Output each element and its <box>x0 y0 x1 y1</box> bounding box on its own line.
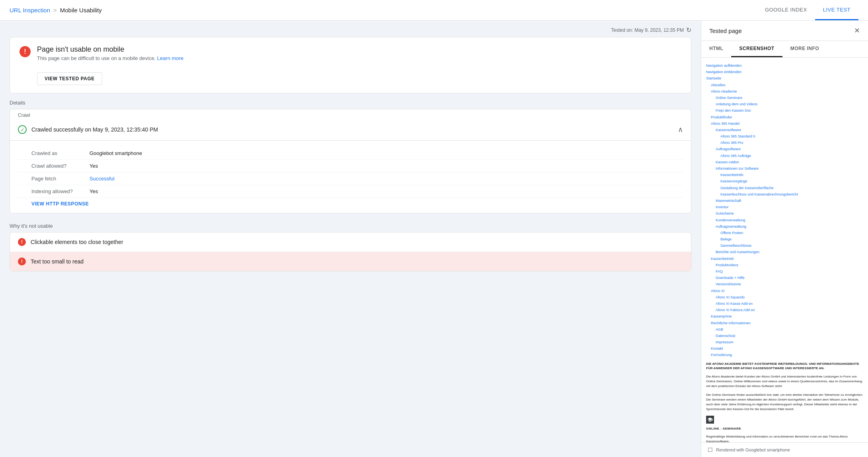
main-layout: Tested on: May 9, 2023, 12:35 PM ↻ ! Pag… <box>0 21 868 457</box>
panel-header: Tested page ✕ <box>701 21 868 41</box>
nav-link-item[interactable]: Afono 365 Pro <box>706 139 863 146</box>
nav-link-item[interactable]: Afono Akademie <box>706 88 863 95</box>
crawl-row-2: Page fetch Successful <box>18 172 683 185</box>
crawl-key-0: Crawled as <box>18 150 90 156</box>
tested-info: Tested on: May 9, 2023, 12:35 PM ↻ <box>0 21 701 37</box>
crawl-details: Crawled as Googlebot smartphone Crawl al… <box>10 140 691 213</box>
nav-link-item[interactable]: Kassenbuchluss und Kassenabrechnungsberi… <box>706 191 863 198</box>
nav-link-item[interactable]: Kassen-Addon <box>706 159 863 165</box>
nav-link-item[interactable]: Kassenbetrieb <box>706 172 863 178</box>
crawl-row-0: Crawled as Googlebot smartphone <box>18 147 683 160</box>
nav-link-item[interactable]: Inventur <box>706 204 863 210</box>
nav-link-item[interactable]: Afono XI Faktura Add-on <box>706 307 863 313</box>
nav-link-item[interactable]: Kassensoftware <box>706 127 863 133</box>
nav-link-item[interactable]: Afono XI Kasse Add-on <box>706 300 863 307</box>
nav-link-item[interactable]: Afono 365 Handel <box>706 120 863 127</box>
nav-link-item[interactable]: Kassenvorgänge <box>706 178 863 184</box>
nav-link-item[interactable]: Formulierung <box>706 352 863 358</box>
tab-live-test[interactable]: LIVE TEST <box>815 0 858 20</box>
nav-link-item[interactable]: Aktuelles <box>706 82 863 88</box>
panel-content: Navigation aufblendenNavigation einblend… <box>701 58 868 442</box>
nav-link-item[interactable]: Kontakt <box>706 345 863 352</box>
nav-link-item[interactable]: Downloads + Hilfe <box>706 275 863 281</box>
view-tested-page-button[interactable]: VIEW TESTED PAGE <box>37 72 102 85</box>
nav-link-item[interactable]: Produktfinder <box>706 114 863 120</box>
phone-icon: ☐ <box>708 447 713 453</box>
screenshot-text-1: Die Afono Akademie bietet Kunden der Afo… <box>706 374 863 389</box>
tab-google-index[interactable]: GOOGLE INDEX <box>757 0 815 20</box>
breadcrumb-parent[interactable]: URL Inspection <box>10 7 50 14</box>
nav-link-item[interactable]: Kundenverwaltung <box>706 217 863 223</box>
graduation-icon <box>706 416 714 424</box>
crawl-success-text: Crawled successfully on May 9, 2023, 12:… <box>31 126 158 133</box>
nav-link-item[interactable]: Warenwirtschaft <box>706 198 863 204</box>
panel-tabs: HTML SCREENSHOT MORE INFO <box>701 41 868 58</box>
nav-link-item[interactable]: Sammelbeschlüsse <box>706 242 863 249</box>
nav-link-item[interactable]: Startseite <box>706 75 863 81</box>
breadcrumb: URL Inspection > Mobile Usability <box>10 7 102 14</box>
tested-date: Tested on: May 9, 2023, 12:35 PM <box>611 27 684 33</box>
tab-screenshot[interactable]: SCREENSHOT <box>731 41 782 57</box>
breadcrumb-current: Mobile Usability <box>60 7 102 14</box>
nav-link-item[interactable]: Auftragsoftware <box>706 146 863 152</box>
screenshot-text-2: Die Online-Seminare finden ausschließlic… <box>706 393 863 412</box>
nav-link-item[interactable]: Auftragsverwaltung <box>706 223 863 230</box>
nav-link-item[interactable]: Gestaltung der Kassenoberfläche <box>706 185 863 191</box>
breadcrumb-sep: > <box>53 7 57 14</box>
nav-link-item[interactable]: FAQ <box>706 268 863 275</box>
nav-link-item[interactable]: Afono XI <box>706 288 863 294</box>
issue-icon-1: ! <box>18 258 26 265</box>
learn-more-link[interactable]: Learn more <box>157 55 183 61</box>
panel-title: Tested page <box>709 27 742 34</box>
nav-link-item[interactable]: Afono XI Squando <box>706 294 863 300</box>
nav-link-item[interactable]: Kassenprime <box>706 313 863 320</box>
nav-link-item[interactable]: AGB <box>706 326 863 333</box>
error-icon: ! <box>19 46 31 57</box>
crawl-label: Crawl <box>10 109 691 119</box>
chevron-up-icon[interactable]: ∧ <box>678 125 683 134</box>
nav-link-item[interactable]: Gutscheine <box>706 210 863 217</box>
nav-link-item[interactable]: Kassenbetrieb <box>706 256 863 262</box>
screenshot-heading: DIE AFONO AKADEMIE BIETET KOSTENFREIE WE… <box>706 362 863 370</box>
section-desc: Regelmäßige Weiterbildung und Informatio… <box>706 434 863 442</box>
view-http-button[interactable]: VIEW HTTP RESPONSE <box>18 198 683 207</box>
nav-link-item[interactable]: Navigation aufblenden <box>706 62 863 69</box>
crawl-row-3: Indexing allowed? Yes <box>18 185 683 198</box>
check-circle-icon: ✓ <box>18 125 27 134</box>
error-content: Page isn't usable on mobile This page ca… <box>37 45 183 61</box>
nav-link-item[interactable]: Offene Posten <box>706 230 863 236</box>
nav-link-item[interactable]: Afono 365 Aufträge <box>706 153 863 159</box>
crawl-val-3: Yes <box>90 188 98 194</box>
tab-more-info[interactable]: MORE INFO <box>782 41 827 57</box>
nav-link-item[interactable]: Rechtliche Informationen <box>706 320 863 326</box>
nav-link-item[interactable]: Frejo den Kassen Doc <box>706 107 863 114</box>
crawl-row-1: Crawl allowed? Yes <box>18 160 683 172</box>
error-title: Page isn't usable on mobile <box>37 45 183 54</box>
main-nav-tabs: GOOGLE INDEX LIVE TEST <box>757 0 858 20</box>
nav-link-item[interactable]: Berichte und Auswertungen <box>706 249 863 255</box>
close-button[interactable]: ✕ <box>854 26 860 35</box>
nav-link-item[interactable]: Navigation einblenden <box>706 69 863 75</box>
panel-footer: ☐ Rendered with Googlebot smartphone <box>701 442 868 457</box>
nav-link-item[interactable]: Versionshistorie <box>706 281 863 287</box>
nav-link-item[interactable]: Produktvideos <box>706 262 863 268</box>
nav-link-item[interactable]: Datenschutz <box>706 333 863 339</box>
error-card: ! Page isn't usable on mobile This page … <box>10 37 691 93</box>
nav-link-item[interactable]: Informationen zur Software <box>706 165 863 172</box>
crawl-val-1: Yes <box>90 163 98 169</box>
right-panel: Tested page ✕ HTML SCREENSHOT MORE INFO … <box>701 21 868 457</box>
issues-card: ! Clickable elements too close together … <box>10 232 691 271</box>
issue-text-0: Clickable elements too close together <box>31 239 123 245</box>
nav-link-item[interactable]: Impressum <box>706 339 863 345</box>
nav-link-item[interactable]: Afono 365 Standard II <box>706 133 863 139</box>
crawl-success-left: ✓ Crawled successfully on May 9, 2023, 1… <box>18 125 158 134</box>
refresh-icon[interactable]: ↻ <box>686 26 691 34</box>
tab-html[interactable]: HTML <box>701 41 731 57</box>
issue-text-1: Text too small to read <box>31 258 84 265</box>
nav-link-item[interactable]: Belege <box>706 236 863 242</box>
crawl-success-row[interactable]: ✓ Crawled successfully on May 9, 2023, 1… <box>10 119 691 140</box>
nav-link-item[interactable]: Anleitung dem und Videos <box>706 101 863 107</box>
crawl-card: Crawl ✓ Crawled successfully on May 9, 2… <box>10 109 691 213</box>
crawl-key-1: Crawl allowed? <box>18 163 90 169</box>
nav-link-item[interactable]: Online Seminare <box>706 95 863 101</box>
